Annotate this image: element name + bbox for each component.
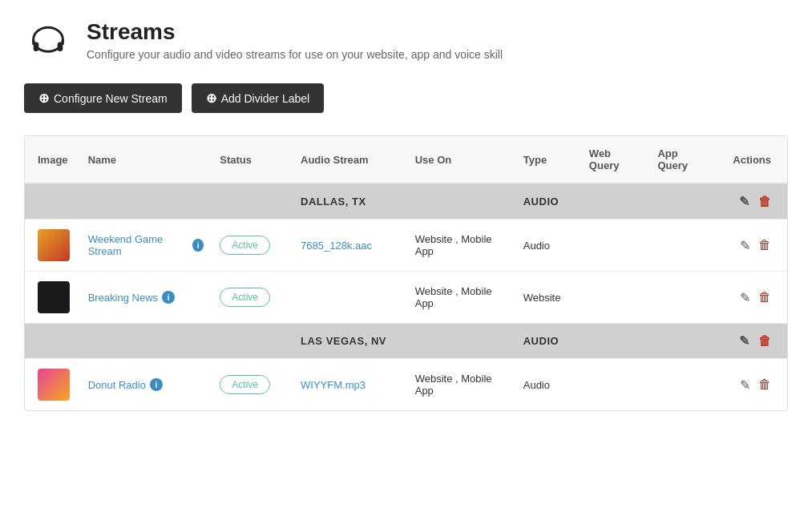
- stream-name-link[interactable]: Donut Radio i: [88, 378, 204, 391]
- group-edit-icon[interactable]: ✎: [739, 333, 750, 349]
- group-empty: [212, 183, 293, 220]
- stream-audio-cell: 7685_128k.aac: [293, 220, 407, 272]
- stream-thumbnail-cell: [25, 359, 80, 411]
- stream-audio-cell: WIYYFM.mp3: [293, 359, 407, 411]
- group-label: DALLAS, TX: [293, 183, 407, 220]
- stream-useon-cell: Website , Mobile App: [407, 220, 515, 272]
- audio-stream-link[interactable]: WIYYFM.mp3: [301, 379, 366, 391]
- col-header-useon: Use On: [407, 136, 515, 183]
- stream-thumbnail: [38, 281, 70, 313]
- table-row: Donut Radio i Active WIYYFM.mp3 Website …: [25, 359, 787, 411]
- stream-status-cell: Active: [212, 220, 293, 272]
- page-subtitle: Configure your audio and video streams f…: [87, 48, 503, 61]
- stream-useon-cell: Website , Mobile App: [407, 272, 515, 324]
- stream-name-link[interactable]: Breaking News i: [88, 291, 204, 304]
- group-empty: [80, 324, 212, 359]
- col-header-actions: Actions: [718, 136, 787, 183]
- col-header-image: Image: [25, 136, 80, 183]
- plus-icon: ⊕: [38, 91, 49, 106]
- status-badge: Active: [220, 288, 270, 307]
- group-empty: [407, 324, 515, 359]
- actions-bar: ⊕ Configure New Stream ⊕ Add Divider Lab…: [24, 83, 788, 113]
- streams-table: Image Name Status Audio Stream Use On Ty…: [25, 136, 787, 410]
- stream-thumbnail-cell: [25, 220, 80, 272]
- stream-webquery-cell: [581, 272, 650, 324]
- group-delete-icon[interactable]: 🗑: [758, 195, 772, 209]
- group-empty: [581, 183, 650, 220]
- col-header-status: Status: [212, 136, 293, 183]
- group-actions: ✎ 🗑: [718, 324, 787, 359]
- stream-useon-cell: Website , Mobile App: [407, 359, 515, 411]
- streams-table-container: Image Name Status Audio Stream Use On Ty…: [24, 135, 788, 411]
- col-header-type: Type: [515, 136, 581, 183]
- group-empty: [80, 183, 212, 220]
- page-title: Streams: [87, 19, 503, 45]
- info-icon[interactable]: i: [162, 291, 175, 304]
- stream-appquery-cell: [649, 220, 718, 272]
- stream-status-cell: Active: [212, 359, 293, 411]
- configure-stream-button[interactable]: ⊕ Configure New Stream: [24, 83, 182, 113]
- table-row: Breaking News i Active Website , Mobile …: [25, 272, 787, 324]
- stream-delete-icon[interactable]: 🗑: [758, 238, 771, 252]
- stream-webquery-cell: [581, 220, 650, 272]
- table-header-row: Image Name Status Audio Stream Use On Ty…: [25, 136, 787, 183]
- stream-edit-icon[interactable]: ✎: [740, 238, 750, 253]
- stream-delete-icon[interactable]: 🗑: [758, 290, 771, 304]
- group-actions: ✎ 🗑: [718, 183, 787, 220]
- stream-name-cell: Weekend Game Stream i: [80, 220, 212, 272]
- stream-name-link[interactable]: Weekend Game Stream i: [88, 233, 204, 257]
- group-type: Audio: [515, 324, 581, 359]
- status-badge: Active: [220, 236, 270, 255]
- col-header-webquery: Web Query: [581, 136, 650, 183]
- stream-webquery-cell: [581, 359, 650, 411]
- group-empty: [649, 324, 718, 359]
- stream-actions-cell: ✎ 🗑: [718, 220, 787, 272]
- group-empty: [25, 183, 80, 220]
- stream-type-cell: Audio: [515, 359, 581, 411]
- col-header-name: Name: [80, 136, 212, 183]
- stream-thumbnail-cell: [25, 272, 80, 324]
- stream-appquery-cell: [649, 359, 718, 411]
- info-icon[interactable]: i: [150, 378, 163, 391]
- stream-audio-cell: [293, 272, 407, 324]
- group-row: DALLAS, TX Audio ✎ 🗑: [25, 183, 787, 220]
- header-text: Streams Configure your audio and video s…: [87, 19, 503, 61]
- stream-type-cell: Website: [515, 272, 581, 324]
- stream-actions-cell: ✎ 🗑: [718, 272, 787, 324]
- group-empty: [212, 324, 293, 359]
- group-empty: [581, 324, 650, 359]
- stream-edit-icon[interactable]: ✎: [740, 377, 750, 393]
- stream-status-cell: Active: [212, 272, 293, 324]
- stream-edit-icon[interactable]: ✎: [740, 290, 750, 305]
- group-type: Audio: [515, 183, 581, 220]
- status-badge: Active: [220, 375, 270, 394]
- stream-name-cell: Breaking News i: [80, 272, 212, 324]
- group-empty: [649, 183, 718, 220]
- group-row: LAS VEGAS, NV Audio ✎ 🗑: [25, 324, 787, 359]
- plus-circle-icon: ⊕: [206, 91, 216, 106]
- group-empty: [25, 324, 80, 359]
- group-label: LAS VEGAS, NV: [293, 324, 407, 359]
- add-divider-button[interactable]: ⊕ Add Divider Label: [192, 83, 325, 113]
- group-delete-icon[interactable]: 🗑: [758, 334, 772, 349]
- audio-stream-link[interactable]: 7685_128k.aac: [301, 240, 372, 252]
- stream-thumbnail: [38, 229, 70, 261]
- stream-actions-cell: ✎ 🗑: [718, 359, 787, 411]
- group-empty: [407, 183, 515, 220]
- stream-name-cell: Donut Radio i: [80, 359, 212, 411]
- table-row: Weekend Game Stream i Active 7685_128k.a…: [25, 220, 787, 272]
- col-header-appquery: App Query: [649, 136, 718, 183]
- info-icon[interactable]: i: [192, 239, 204, 252]
- stream-appquery-cell: [649, 272, 718, 324]
- stream-thumbnail: [38, 369, 70, 401]
- page-header: Streams Configure your audio and video s…: [24, 16, 788, 64]
- streams-icon: [24, 16, 72, 64]
- col-header-audio: Audio Stream: [293, 136, 407, 183]
- group-edit-icon[interactable]: ✎: [739, 194, 750, 209]
- stream-type-cell: Audio: [515, 220, 581, 272]
- stream-delete-icon[interactable]: 🗑: [758, 377, 771, 392]
